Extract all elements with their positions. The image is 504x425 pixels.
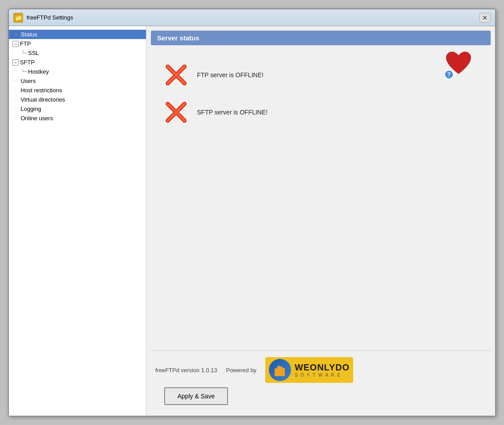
sidebar-item-sftp[interactable]: − SFTP	[9, 58, 146, 67]
sidebar-label-status: Status	[21, 31, 37, 38]
apply-save-button[interactable]: Apply & Save	[164, 387, 228, 405]
status-expand	[12, 31, 19, 38]
virtdir-connector: ···	[12, 98, 19, 102]
sidebar-item-status[interactable]: Status	[9, 30, 146, 39]
sidebar-label-logging: Logging	[20, 106, 41, 112]
sidebar-item-host-restrictions[interactable]: ··· Host restrictions	[9, 86, 146, 95]
footer-area: freeFTPd version 1.0.13 Powered by	[151, 350, 491, 411]
main-window: 📁 freeFTPd Settings ✕ Status − FTP └─ SS…	[8, 8, 496, 417]
sftp-status-text: SFTP server is OFFLINE!	[197, 109, 268, 116]
logo-name: WEONLYDO	[295, 362, 350, 373]
hostrestr-connector: ···	[12, 88, 19, 92]
online-connector: ···	[12, 116, 19, 120]
ftp-status-row: FTP server is OFFLINE!	[164, 63, 477, 87]
question-badge: ?	[444, 70, 454, 79]
sidebar-label-sftp: SFTP	[20, 59, 35, 66]
sidebar-label-ssl: SSL	[28, 50, 39, 56]
sidebar-item-online-users[interactable]: ··· Online users	[9, 114, 146, 123]
sidebar: Status − FTP └─ SSL − SFTP └─	[9, 26, 146, 416]
ftp-expand-icon[interactable]: −	[12, 41, 19, 47]
hostkey-connector: └─	[21, 69, 27, 75]
sftp-status-row: SFTP server is OFFLINE!	[164, 100, 477, 124]
users-connector: ···	[12, 79, 19, 83]
main-panel: Server status ?	[146, 26, 495, 416]
sftp-offline-icon	[164, 100, 188, 124]
sidebar-label-virtual-dirs: Virtual directories	[20, 96, 65, 103]
sidebar-label-host-restrictions: Host restrictions	[20, 87, 62, 94]
sidebar-item-logging[interactable]: ··· Logging	[9, 104, 146, 114]
logging-connector: ···	[12, 107, 19, 111]
heart-area: ?	[444, 50, 473, 78]
content-area: Status − FTP └─ SSL − SFTP └─	[9, 26, 495, 416]
heart-icon: ?	[444, 50, 473, 78]
ftp-status-text: FTP server is OFFLINE!	[197, 71, 264, 79]
sidebar-label-users: Users	[20, 78, 35, 84]
svg-rect-12	[275, 374, 285, 376]
logo-sub: S O F T W A R E	[295, 373, 350, 378]
sidebar-item-hostkey[interactable]: └─ Hostkey	[9, 67, 146, 76]
panel-header: Server status	[151, 31, 491, 45]
version-text: freeFTPd version 1.0.13	[155, 367, 217, 374]
sidebar-label-hostkey: Hostkey	[28, 68, 49, 75]
panel-body: ? FTP server is OFFLINE!	[151, 54, 491, 350]
logo-text: WEONLYDO S O F T W A R E	[295, 362, 350, 378]
ftp-offline-icon	[164, 63, 188, 87]
sidebar-item-users[interactable]: ··· Users	[9, 76, 146, 86]
powered-by-text: Powered by	[226, 367, 256, 374]
close-button[interactable]: ✕	[479, 13, 491, 23]
sidebar-item-ssl[interactable]: └─ SSL	[9, 48, 146, 58]
sidebar-label-ftp: FTP	[20, 40, 31, 47]
ssl-connector: └─	[21, 50, 27, 56]
sftp-expand-icon[interactable]: −	[12, 59, 19, 66]
titlebar: 📁 freeFTPd Settings ✕	[9, 9, 495, 26]
version-row: freeFTPd version 1.0.13 Powered by	[155, 357, 486, 383]
weonlydo-logo: WEONLYDO S O F T W A R E	[265, 357, 353, 383]
sidebar-label-online-users: Online users	[20, 115, 53, 122]
logo-hand-icon	[269, 359, 291, 381]
sidebar-item-ftp[interactable]: − FTP	[9, 39, 146, 48]
app-icon: 📁	[13, 13, 23, 23]
window-title: freeFTPd Settings	[27, 14, 479, 21]
sidebar-item-virtual-dirs[interactable]: ··· Virtual directories	[9, 95, 146, 104]
